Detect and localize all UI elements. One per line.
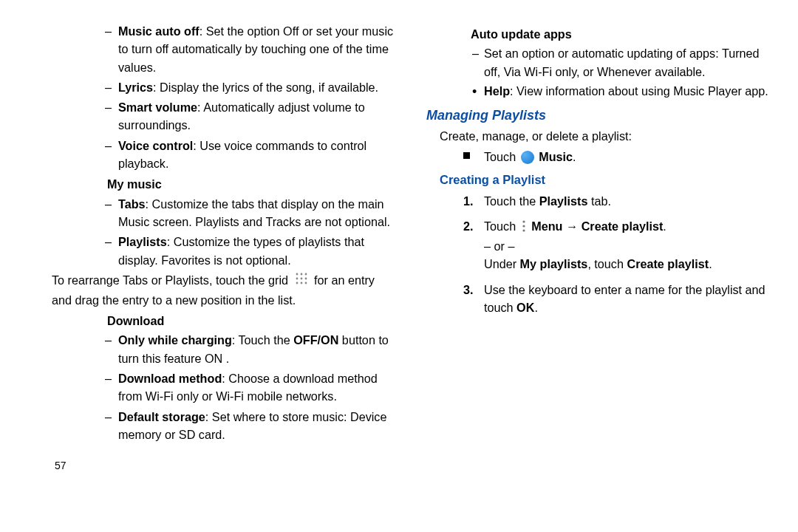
text-a: To rearrange Tabs or Playlists, touch th… [52, 273, 288, 287]
item-label: Only while charging [118, 333, 232, 347]
svg-point-10 [522, 225, 525, 227]
touch-text: Touch [484, 219, 519, 233]
step-item: 3. Use the keyboard to enter a name for … [426, 281, 770, 317]
item-text: Set an option or automatic updating of a… [484, 47, 760, 78]
rearrange-paragraph: To rearrange Tabs or Playlists, touch th… [52, 271, 395, 309]
list-item: Download method: Choose a download metho… [52, 369, 395, 406]
page-number: 57 [52, 458, 395, 474]
list-item: Help: View information about using Music… [426, 82, 770, 100]
list-item: Touch Music. [426, 148, 770, 166]
or-text: – or – [484, 237, 770, 255]
svg-point-8 [304, 282, 307, 284]
create-playlist-label: Create playlist [582, 219, 664, 233]
period: . [663, 219, 666, 233]
item-label: Smart volume [118, 100, 197, 114]
item-label: Lyrics [118, 81, 153, 94]
music-label: Music [539, 150, 573, 163]
svg-point-7 [300, 282, 302, 284]
svg-point-9 [522, 220, 525, 222]
list-item: Playlists: Customize the types of playli… [52, 233, 395, 269]
item-text: : View information about using Music Pla… [510, 84, 768, 98]
touch-text: Touch [484, 150, 519, 163]
num-label: 1. [463, 192, 474, 210]
list-item: Set an option or automatic updating of a… [426, 44, 770, 81]
subsection-creating-playlist: Creating a Playlist [426, 171, 770, 189]
under-text: Under [484, 257, 520, 270]
subheading-my-music: My music [52, 175, 395, 193]
menu-icon [521, 219, 527, 237]
right-column: Auto update apps Set an option or automa… [426, 22, 770, 474]
my-playlists-label: My playlists [520, 257, 588, 270]
list-item: Voice control: Use voice commands to con… [52, 137, 395, 173]
period: . [534, 301, 538, 314]
svg-point-0 [296, 273, 298, 276]
period: . [709, 257, 712, 270]
svg-point-4 [300, 278, 302, 280]
list-item: Tabs: Customize the tabs that display on… [52, 195, 395, 231]
svg-point-6 [296, 282, 298, 284]
svg-point-5 [304, 278, 307, 280]
arrow-icon: → [566, 219, 582, 233]
svg-point-2 [304, 273, 307, 276]
document-page: Music auto off: Set the option Off or se… [0, 0, 798, 481]
item-text: : Touch the [232, 333, 293, 347]
create-playlist-label-2: Create playlist [627, 257, 709, 270]
item-label: Help [484, 84, 510, 98]
svg-point-1 [300, 273, 302, 276]
music-app-icon [521, 151, 534, 164]
item-label: Download method [118, 372, 222, 385]
item-label: Voice control [118, 139, 193, 152]
step-item: 1. Touch the Playlists tab. [426, 192, 770, 210]
left-column: Music auto off: Set the option Off or se… [52, 22, 395, 474]
text-a: Touch the [484, 194, 539, 208]
alt-line: Under My playlists, touch Create playlis… [484, 255, 770, 273]
ok-label: OK [516, 301, 534, 314]
item-label: Default storage [118, 410, 205, 423]
intro-text: Create, manage, or delete a playlist: [426, 127, 770, 145]
list-item: Smart volume: Automatically adjust volum… [52, 98, 395, 134]
subheading-auto-update: Auto update apps [426, 25, 770, 43]
num-label: 2. [463, 217, 474, 235]
list-item: Music auto off: Set the option Off or se… [52, 22, 395, 76]
playlists-label: Playlists [539, 194, 588, 208]
menu-label: Menu [531, 219, 562, 233]
item-text: : Display the lyrics of the song, if ava… [153, 81, 378, 94]
text-c: tab. [587, 194, 611, 208]
period: . [573, 150, 576, 163]
list-item: Default storage: Set where to store musi… [52, 408, 395, 444]
item-text: : Customize the tabs that display on the… [118, 197, 390, 228]
offon-label: OFF/ON [293, 333, 338, 347]
svg-point-3 [296, 278, 298, 280]
section-managing-playlists: Managing Playlists [426, 106, 770, 126]
list-item: Only while charging: Touch the OFF/ON bu… [52, 331, 395, 367]
item-label: Tabs [118, 197, 146, 211]
svg-point-11 [522, 229, 525, 231]
list-item: Lyrics: Display the lyrics of the song, … [52, 78, 395, 96]
subheading-download: Download [52, 312, 395, 330]
touch2-text: , touch [587, 257, 627, 270]
step-item: 2. Touch Menu → Create playlist. – or – … [426, 217, 770, 273]
item-label: Music auto off [118, 24, 200, 38]
item-label: Playlists [118, 235, 167, 248]
num-label: 3. [463, 281, 474, 299]
grid-icon [294, 271, 309, 290]
